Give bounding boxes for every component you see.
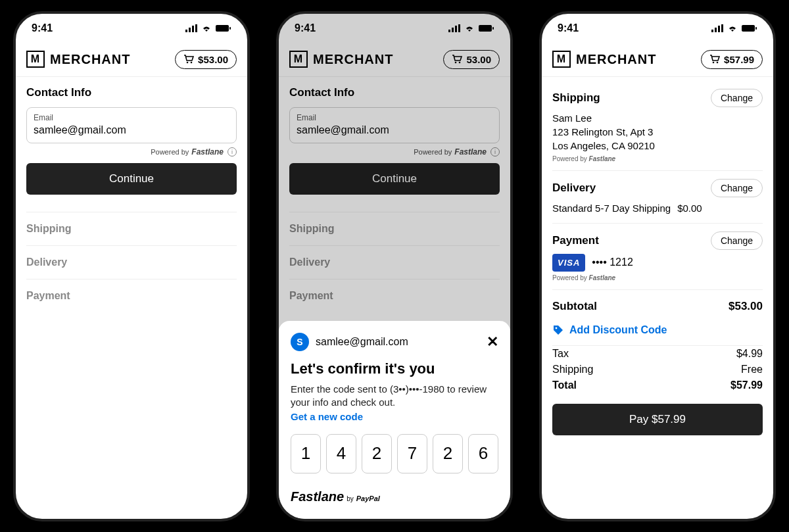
step-list: Shipping Delivery Payment <box>16 212 247 312</box>
content: Contact Info Email Powered by Fastlane i… <box>16 77 247 519</box>
cart-button[interactable]: $53.00 <box>175 50 237 69</box>
sheet-email: samlee@gmail.com <box>316 336 408 348</box>
otp-digit-3[interactable]: 2 <box>362 434 392 473</box>
delivery-price: $0.00 <box>677 201 702 215</box>
delivery-heading: Delivery <box>552 181 596 195</box>
avatar: S <box>291 333 309 351</box>
add-discount-button[interactable]: Add Discount Code <box>552 315 763 346</box>
battery-icon <box>216 24 231 32</box>
otp-digit-1[interactable]: 1 <box>291 434 321 473</box>
checkout-otp-screen: 9:41 M MERCHANT 53.00 Contact Info Email… <box>276 11 513 521</box>
email-input[interactable] <box>34 124 229 136</box>
brand-name: MERCHANT <box>50 52 130 67</box>
cellular-icon <box>185 24 197 32</box>
otp-digit-5[interactable]: 2 <box>433 434 463 473</box>
svg-rect-0 <box>185 30 187 32</box>
shipping-addr2: Los Angeles, CA 90210 <box>552 139 763 153</box>
svg-rect-21 <box>755 27 757 30</box>
brand-mark: M <box>26 51 45 68</box>
svg-rect-17 <box>715 28 717 32</box>
totals-block: Subtotal $53.00 Add Discount Code Tax $4… <box>552 290 763 435</box>
otp-digit-4[interactable]: 7 <box>397 434 427 473</box>
change-shipping-button[interactable]: Change <box>711 89 763 107</box>
step-payment: Payment <box>26 279 237 312</box>
svg-rect-1 <box>189 28 191 32</box>
total-value: $57.99 <box>730 379 763 391</box>
svg-point-6 <box>187 62 189 64</box>
ship-label: Shipping <box>552 364 593 375</box>
paypal-logo: PayPal <box>356 495 380 502</box>
contact-info-heading: Contact Info <box>26 86 237 99</box>
info-icon[interactable]: i <box>227 147 237 157</box>
payment-section: Payment Change VISA •••• 1212 Powered by… <box>552 224 763 290</box>
delivery-section: Delivery Change Standard 5-7 Day Shippin… <box>552 171 763 224</box>
wifi-icon <box>727 24 738 32</box>
change-delivery-button[interactable]: Change <box>711 179 763 197</box>
brand-name: MERCHANT <box>576 52 656 67</box>
email-field-wrap[interactable]: Email <box>26 107 237 143</box>
continue-button[interactable]: Continue <box>26 163 237 195</box>
svg-rect-18 <box>718 26 720 32</box>
shipping-addr1: 123 Relington St, Apt 3 <box>552 125 763 139</box>
subtotal-value: $53.00 <box>729 300 763 313</box>
app-header: M MERCHANT $57.99 <box>542 43 773 77</box>
status-icons <box>185 24 231 32</box>
content: Shipping Change Sam Lee 123 Relington St… <box>542 77 773 519</box>
fastlane-logo: Fastlane <box>291 489 344 504</box>
status-icons <box>711 24 757 32</box>
change-payment-button[interactable]: Change <box>711 231 763 250</box>
ship-value: Free <box>741 364 763 375</box>
app-header: M MERCHANT $53.00 <box>16 43 247 77</box>
brand-mark: M <box>552 51 571 68</box>
cellular-icon <box>711 24 723 32</box>
get-new-code-link[interactable]: Get a new code <box>291 411 498 422</box>
cart-button[interactable]: $57.99 <box>701 50 763 69</box>
otp-digit-2[interactable]: 4 <box>326 434 356 473</box>
otp-digit-6[interactable]: 6 <box>468 434 498 473</box>
cart-icon <box>183 55 194 64</box>
sheet-user-row: S samlee@gmail.com <box>291 333 408 351</box>
subtotal-label: Subtotal <box>552 300 597 313</box>
sheet-description: Enter the code sent to (3••)•••-1980 to … <box>291 383 498 410</box>
tax-value: $4.99 <box>736 348 763 360</box>
payment-heading: Payment <box>552 234 599 247</box>
pay-button[interactable]: Pay $57.99 <box>552 404 763 435</box>
powered-by-row: Powered by Fastlane i <box>26 147 237 157</box>
delivery-method: Standard 5-7 Day Shipping <box>552 201 671 215</box>
cart-total: $57.99 <box>724 54 754 65</box>
step-delivery: Delivery <box>26 245 237 279</box>
sheet-footer: Fastlane by PayPal <box>291 489 498 504</box>
clock: 9:41 <box>32 22 53 34</box>
shipping-section: Shipping Change Sam Lee 123 Relington St… <box>552 81 763 171</box>
otp-sheet: S samlee@gmail.com ✕ Let's confirm it's … <box>279 321 510 519</box>
tag-icon <box>552 324 564 336</box>
battery-icon <box>742 24 757 32</box>
svg-point-22 <box>713 62 715 64</box>
checkout-review-screen: 9:41 M MERCHANT $57.99 Shipping Change S… <box>539 11 776 521</box>
merchant-brand: M MERCHANT <box>26 51 130 68</box>
cart-total: $53.00 <box>198 54 228 65</box>
checkout-contact-screen: 9:41 M MERCHANT $53.00 Contact Info Emai… <box>13 11 250 521</box>
status-bar: 9:41 <box>542 14 773 43</box>
svg-rect-16 <box>711 30 713 32</box>
close-icon[interactable]: ✕ <box>487 335 498 349</box>
svg-rect-4 <box>216 25 229 32</box>
svg-rect-2 <box>192 26 194 32</box>
card-masked: •••• 1212 <box>592 256 633 268</box>
merchant-brand: M MERCHANT <box>552 51 656 68</box>
svg-rect-5 <box>229 27 231 30</box>
step-shipping: Shipping <box>26 212 237 245</box>
payment-powered: Powered by Fastlane <box>552 274 763 281</box>
sheet-title: Let's confirm it's you <box>291 360 498 377</box>
otp-row: 1 4 2 7 2 6 <box>291 434 498 473</box>
fastlane-logo: Fastlane <box>589 155 616 162</box>
modal-overlay: S samlee@gmail.com ✕ Let's confirm it's … <box>279 14 510 519</box>
email-label: Email <box>34 113 229 122</box>
clock: 9:41 <box>558 22 579 34</box>
fastlane-logo: Fastlane <box>589 274 616 281</box>
wifi-icon <box>201 24 212 32</box>
discount-label: Add Discount Code <box>569 324 667 336</box>
powered-label: Powered by <box>151 148 189 156</box>
footer-by: by <box>347 495 354 502</box>
tax-label: Tax <box>552 348 569 360</box>
